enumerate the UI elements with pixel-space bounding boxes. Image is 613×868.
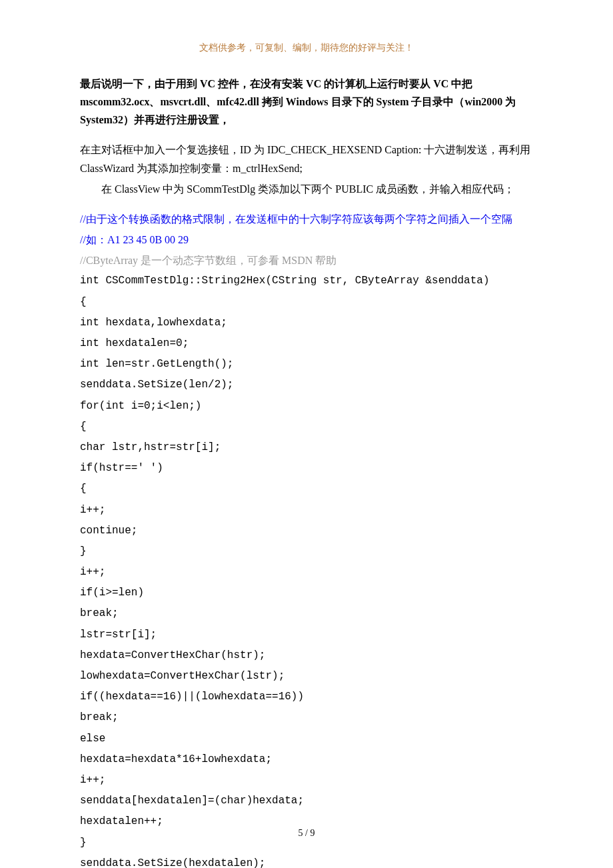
header-note: 文档供参考，可复制、编制，期待您的好评与关注！: [80, 40, 533, 56]
code-line: if(hstr==' '): [80, 459, 533, 477]
code-line: char lstr,hstr=str[i];: [80, 439, 533, 457]
code-line: senddata[hexdatalen]=(char)hexdata;: [80, 792, 533, 810]
code-line: senddata.SetSize(len/2);: [80, 376, 533, 394]
code-line: hexdata=hexdata*16+lowhexdata;: [80, 751, 533, 769]
code-line: else: [80, 730, 533, 748]
code-line: senddata.SetSize(hexdatalen);: [80, 855, 533, 868]
paragraph-1: 在主对话框中加入一个复选接钮，ID 为 IDC_CHECK_HEXSEND Ca…: [80, 141, 533, 177]
code-line: i++;: [80, 501, 533, 519]
code-line: i++;: [80, 563, 533, 581]
code-line: for(int i=0;i<len;): [80, 397, 533, 415]
code-comment-1: //由于这个转换函数的格式限制，在发送框中的十六制字符应该每两个字符之间插入一个…: [80, 210, 533, 228]
code-comment-2: //如：A1 23 45 0B 00 29: [80, 231, 533, 249]
code-line: lstr=str[i];: [80, 626, 533, 644]
code-line: {: [80, 418, 533, 436]
code-comment-3: //CByteArray 是一个动态字节数组，可参看 MSDN 帮助: [80, 251, 533, 269]
code-line: if(i>=len): [80, 584, 533, 602]
code-line: int hexdata,lowhexdata;: [80, 314, 533, 332]
paragraph-2: 在 ClassView 中为 SCommTestDlg 类添加以下两个 PUBL…: [80, 180, 533, 198]
code-line: continue;: [80, 522, 533, 540]
code-line: break;: [80, 709, 533, 727]
bold-intro-paragraph: 最后说明一下，由于用到 VC 控件，在没有安装 VC 的计算机上运行时要从 VC…: [80, 75, 533, 129]
page-number: 5 / 9: [0, 825, 613, 841]
code-line: int len=str.GetLength();: [80, 355, 533, 373]
code-line: int hexdatalen=0;: [80, 335, 533, 353]
code-line: if((hexdata==16)||(lowhexdata==16)): [80, 688, 533, 706]
code-block: int CSCommTestDlg::String2Hex(CString st…: [80, 272, 533, 868]
code-line: int CSCommTestDlg::String2Hex(CString st…: [80, 272, 533, 290]
code-line: lowhexdata=ConvertHexChar(lstr);: [80, 667, 533, 685]
code-line: break;: [80, 605, 533, 623]
code-line: i++;: [80, 771, 533, 789]
code-line: {: [80, 480, 533, 498]
code-line: hexdata=ConvertHexChar(hstr);: [80, 647, 533, 665]
code-line: }: [80, 543, 533, 561]
code-line: {: [80, 293, 533, 311]
